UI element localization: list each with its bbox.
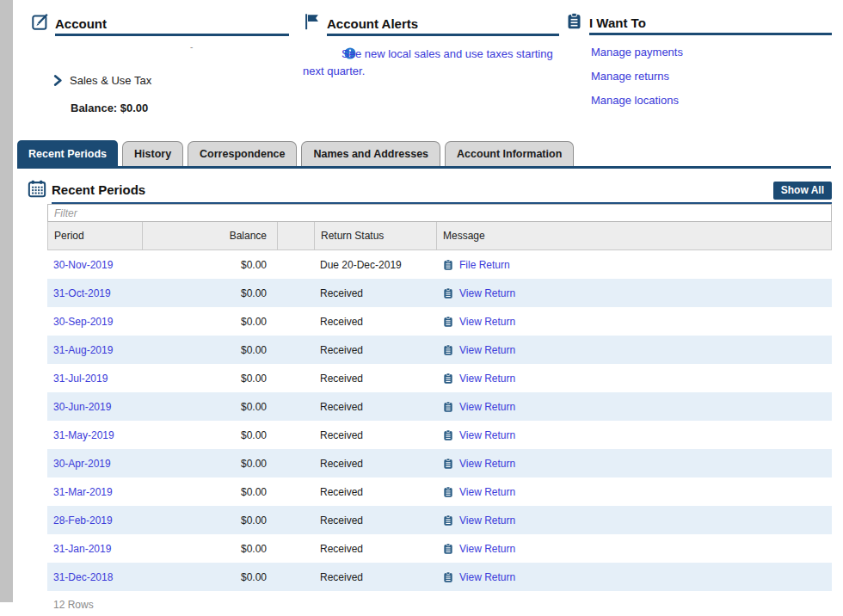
return-action-link[interactable]: View Return [459, 458, 515, 470]
return-action-link[interactable]: View Return [459, 514, 515, 527]
message-cell: View Return [436, 506, 832, 534]
clipboard-icon [442, 429, 454, 441]
return-status-cell: Received [314, 477, 436, 506]
message-cell: View Return [436, 307, 832, 336]
edit-icon [31, 12, 52, 36]
message-cell: View Return [436, 534, 832, 563]
table-row: 30-Jun-2019 $0.00 Received View Return [47, 392, 832, 421]
period-link[interactable]: 31-Oct-2019 [53, 287, 111, 299]
period-link[interactable]: 31-Jan-2019 [53, 543, 111, 555]
period-link[interactable]: 28-Feb-2019 [53, 514, 113, 527]
filter-input[interactable] [47, 204, 832, 222]
return-action-link[interactable]: View Return [459, 287, 515, 299]
i-want-to-header: I Want To [565, 12, 832, 35]
period-link[interactable]: 31-Aug-2019 [53, 344, 113, 356]
return-action-link[interactable]: View Return [459, 344, 515, 356]
account-section-header: Account [31, 12, 289, 36]
table-header-row: Period Balance Return Status Message [47, 222, 832, 250]
manage-payments-link[interactable]: Manage payments [591, 46, 832, 59]
message-cell: View Return [436, 392, 832, 421]
period-link[interactable]: 31-Jul-2019 [53, 373, 108, 385]
period-link[interactable]: 30-Sep-2019 [53, 316, 113, 328]
balance-cell: $0.00 [142, 506, 277, 534]
panel-title: Recent Periods [52, 182, 145, 202]
tab-history[interactable]: History [122, 141, 183, 166]
period-link[interactable]: 31-May-2019 [53, 429, 114, 441]
alerts-section-header: Account Alerts [303, 12, 559, 36]
period-cell: 31-Oct-2019 [47, 279, 142, 307]
return-action-link[interactable]: View Return [459, 401, 515, 413]
show-all-button[interactable]: Show All [773, 182, 832, 200]
return-action-link[interactable]: View Return [459, 543, 515, 555]
balance-cell: $0.00 [142, 563, 277, 591]
alerts-title: Account Alerts [327, 16, 559, 36]
header-message: Message [437, 222, 831, 249]
return-status-cell: Received [314, 307, 436, 336]
spacer-cell [277, 421, 314, 449]
period-cell: 30-Nov-2019 [47, 250, 142, 279]
return-action-link[interactable]: View Return [459, 486, 515, 498]
message-cell: View Return [436, 279, 832, 307]
spacer-cell [277, 477, 314, 506]
return-action-link[interactable]: View Return [459, 571, 515, 583]
period-link[interactable]: 31-Mar-2019 [53, 486, 113, 498]
account-type-row[interactable]: Sales & Use Tax [53, 74, 289, 87]
return-status-cell: Received [314, 279, 436, 307]
return-status-cell: Received [314, 421, 436, 449]
alert-message-link[interactable]: See new local sales and use taxes starti… [303, 46, 554, 79]
left-gutter [0, 0, 13, 602]
spacer-cell [277, 307, 314, 336]
period-cell: 31-May-2019 [47, 421, 142, 449]
balance-cell: $0.00 [142, 421, 277, 449]
spacer-cell [277, 392, 314, 421]
table-row: 30-Apr-2019 $0.00 Received View Return [47, 449, 832, 477]
balance-cell: $0.00 [142, 250, 277, 279]
table-row: 31-Dec-2018 $0.00 Received View Return [47, 563, 832, 591]
tab-recent-periods[interactable]: Recent Periods [17, 140, 118, 166]
table-row: 31-Mar-2019 $0.00 Received View Return [47, 477, 832, 506]
message-cell: View Return [436, 563, 832, 591]
i-want-to-title: I Want To [589, 15, 832, 35]
clipboard-icon [442, 401, 454, 413]
row-count: 12 Rows [47, 599, 832, 611]
return-status-cell: Received [314, 506, 436, 534]
recent-periods-panel: Recent Periods Show All Period Balance R… [28, 179, 832, 611]
period-cell: 28-Feb-2019 [47, 506, 142, 534]
return-action-link[interactable]: View Return [459, 373, 515, 385]
clipboard-icon [442, 486, 454, 498]
return-action-link[interactable]: File Return [459, 259, 510, 271]
header-return-status: Return Status [315, 222, 437, 249]
period-link[interactable]: 31-Dec-2018 [53, 571, 113, 583]
manage-returns-link[interactable]: Manage returns [591, 71, 832, 83]
alert-text: See new local sales and use taxes starti… [303, 47, 553, 77]
return-status-cell: Received [314, 336, 436, 364]
period-link[interactable]: 30-Apr-2019 [53, 458, 111, 470]
balance-cell: $0.00 [142, 392, 277, 421]
calendar-icon [28, 179, 47, 204]
spacer-cell [277, 506, 314, 534]
balance-cell: $0.00 [142, 307, 277, 336]
manage-locations-link[interactable]: Manage locations [591, 95, 832, 107]
i-want-to-section: I Want To Manage payments Manage returns… [565, 12, 832, 119]
return-action-link[interactable]: View Return [459, 316, 515, 328]
message-cell: View Return [436, 449, 832, 477]
period-link[interactable]: 30-Jun-2019 [53, 401, 111, 413]
table-row: 31-Oct-2019 $0.00 Received View Return [47, 279, 832, 307]
header-balance: Balance [143, 222, 278, 249]
return-status-cell: Received [314, 392, 436, 421]
spacer-cell [277, 449, 314, 477]
return-action-link[interactable]: View Return [459, 429, 515, 441]
table-row: 31-Aug-2019 $0.00 Received View Return [47, 336, 832, 364]
header-period: Period [48, 222, 143, 249]
tab-account-information[interactable]: Account Information [445, 141, 574, 166]
tab-names-and-addresses[interactable]: Names and Addresses [301, 141, 440, 166]
tab-correspondence[interactable]: Correspondence [188, 141, 297, 166]
spacer-cell [277, 563, 314, 591]
period-link[interactable]: 30-Nov-2019 [53, 259, 113, 271]
clipboard-icon [442, 373, 454, 385]
flag-icon [303, 12, 323, 36]
clipboard-icon [442, 259, 454, 271]
balance-cell: $0.00 [142, 279, 277, 307]
balance-cell: $0.00 [142, 364, 277, 392]
period-cell: 31-Jan-2019 [47, 534, 142, 563]
